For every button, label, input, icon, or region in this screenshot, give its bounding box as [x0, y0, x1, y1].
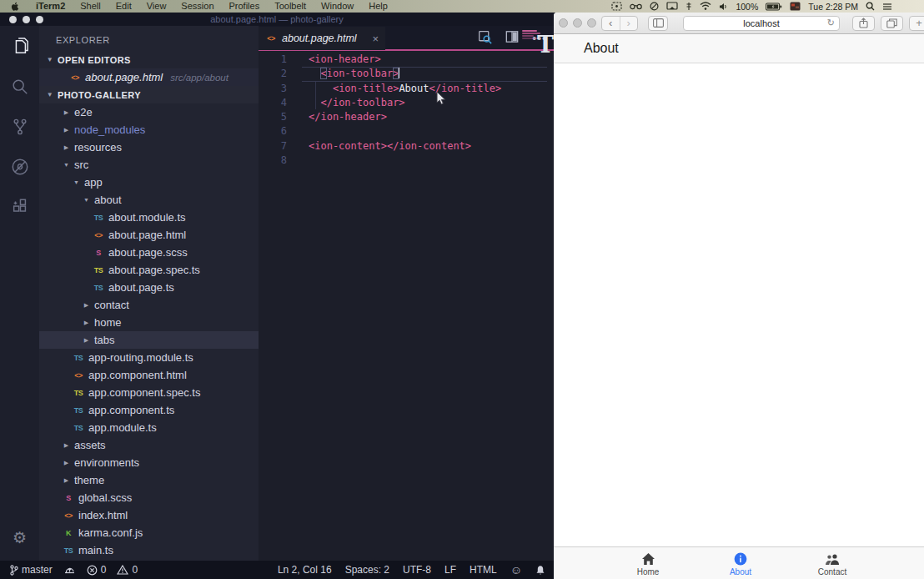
debug-icon[interactable]	[10, 157, 30, 177]
tree-item-environments[interactable]: ▶environments	[39, 454, 259, 471]
explorer-icon[interactable]	[10, 37, 30, 57]
code-line-5[interactable]: 5</ion-header>	[259, 110, 554, 124]
status-utf-8[interactable]: UTF-8	[403, 564, 431, 576]
tree-item-app-routing-module-ts[interactable]: TSapp-routing.module.ts	[39, 349, 259, 366]
split-editor-icon[interactable]	[505, 30, 519, 47]
screen-capture-icon[interactable]	[611, 2, 622, 11]
tree-item-assets[interactable]: ▶assets	[39, 436, 259, 454]
tab-label: about.page.html	[282, 33, 357, 44]
menu-bar-clock[interactable]: Tue 2:28 PM	[808, 2, 858, 12]
menu-item-edit[interactable]: Edit	[108, 1, 139, 11]
input-source-flag-icon[interactable]	[790, 2, 801, 11]
tab-about-page-html[interactable]: <> about.page.html ×	[259, 27, 385, 50]
open-preview-icon[interactable]	[478, 30, 492, 48]
chevron-right-icon: ▶	[63, 477, 70, 484]
menu-item-view[interactable]: View	[139, 1, 174, 11]
tree-item-label: app	[84, 176, 103, 189]
code-line-7[interactable]: 7<ion-content></ion-content>	[259, 139, 554, 154]
vscode-title-bar[interactable]: about.page.html — photo-gallery	[0, 13, 554, 26]
tree-item-main-ts[interactable]: TSmain.ts	[39, 541, 259, 559]
status-ln[interactable]: Ln 2, Col 16	[278, 564, 332, 576]
wifi-icon[interactable]	[700, 2, 711, 11]
back-button[interactable]: ‹	[602, 17, 620, 30]
share-button[interactable]	[852, 16, 875, 31]
reload-icon[interactable]: ↻	[827, 18, 835, 28]
code-line-1[interactable]: 1<ion-header>	[259, 53, 554, 67]
tab-close-icon[interactable]: ×	[372, 33, 379, 45]
glasses-icon[interactable]	[630, 3, 642, 10]
volume-icon[interactable]	[719, 3, 728, 11]
tab-home[interactable]: Home	[613, 551, 683, 576]
menu-item-toolbelt[interactable]: Toolbelt	[267, 1, 314, 11]
sidebar-toggle-button[interactable]	[648, 16, 668, 31]
open-editor-item[interactable]: <> about.page.html src/app/about	[39, 68, 259, 86]
status-html[interactable]: HTML	[470, 564, 497, 576]
tree-item-app-module-ts[interactable]: TSapp.module.ts	[39, 419, 259, 436]
battery-icon[interactable]	[766, 3, 782, 11]
code-line-2[interactable]: 2 <ion-toolbar>	[259, 67, 554, 81]
tree-item-global-scss[interactable]: Sglobal.scss	[39, 489, 259, 506]
menu-item-window[interactable]: Window	[314, 1, 361, 11]
warnings-indicator[interactable]: 0	[117, 564, 138, 576]
open-editors-section[interactable]: ▼ OPEN EDITORS	[39, 51, 259, 68]
menu-item-help[interactable]: Help	[361, 1, 395, 11]
code-line-8[interactable]: 8	[259, 154, 554, 168]
tree-item-tabs[interactable]: ▶tabs	[39, 331, 259, 349]
forward-button[interactable]: ›	[620, 17, 638, 30]
sync-changes-button[interactable]	[63, 565, 76, 576]
tree-item-theme[interactable]: ▶theme	[39, 471, 259, 489]
zoom-window-button[interactable]	[587, 18, 596, 28]
extensions-icon[interactable]	[10, 197, 30, 217]
menu-item-session[interactable]: Session	[173, 1, 221, 11]
settings-gear-icon[interactable]: ⚙	[0, 528, 39, 547]
tab-about[interactable]: About	[706, 551, 776, 576]
tree-item-app-component-ts[interactable]: TSapp.component.ts	[39, 401, 259, 419]
tree-item-index-html[interactable]: <>index.html	[39, 506, 259, 524]
tab-contact[interactable]: Contact	[797, 551, 867, 576]
feedback-smiley-icon[interactable]: ☺	[510, 563, 522, 576]
tree-item-app[interactable]: ▼app	[39, 174, 259, 191]
close-window-button[interactable]	[559, 18, 568, 28]
keyboard-icon[interactable]	[685, 2, 692, 11]
notifications-bell-icon[interactable]	[535, 565, 545, 576]
spotlight-search-icon[interactable]	[866, 2, 875, 11]
tree-item-e2e[interactable]: ▶e2e	[39, 103, 259, 121]
code-line-6[interactable]: 6	[259, 124, 554, 138]
address-bar[interactable]: localhost ↻	[683, 16, 840, 31]
tree-item-resources[interactable]: ▶resources	[39, 138, 259, 156]
tree-item-about-page-spec-ts[interactable]: TSabout.page.spec.ts	[39, 261, 259, 279]
project-section[interactable]: ▼ PHOTO-GALLERY	[39, 86, 259, 103]
tree-item-src[interactable]: ▼src	[39, 156, 259, 174]
tree-item-about-page-html[interactable]: <>about.page.html	[39, 226, 259, 244]
git-branch-indicator[interactable]: master	[10, 564, 53, 576]
status-lf[interactable]: LF	[444, 564, 456, 576]
search-icon[interactable]	[10, 77, 30, 97]
tree-item-node-modules[interactable]: ▶node_modules	[39, 121, 259, 138]
status-spaces[interactable]: Spaces: 2	[345, 564, 389, 576]
errors-indicator[interactable]: 0	[87, 564, 107, 576]
tree-item-about-page-scss[interactable]: Sabout.page.scss	[39, 244, 259, 261]
apple-menu[interactable]	[10, 1, 20, 12]
tree-item-home[interactable]: ▶home	[39, 314, 259, 331]
tree-item-about[interactable]: ▼about	[39, 191, 259, 209]
code-editor[interactable]: 1<ion-header>2 <ion-toolbar>3 <ion-title…	[259, 51, 554, 168]
tree-item-app-component-html[interactable]: <>app.component.html	[39, 366, 259, 384]
code-line-3[interactable]: 3 <ion-title>About</ion-title>	[259, 82, 554, 96]
minimize-window-button[interactable]	[573, 18, 582, 28]
chevron-right-icon: ▶	[63, 144, 70, 151]
menu-item-iterm2[interactable]: iTerm2	[28, 1, 73, 11]
tree-item-about-module-ts[interactable]: TSabout.module.ts	[39, 209, 259, 226]
tree-item-about-page-ts[interactable]: TSabout.page.ts	[39, 279, 259, 296]
menu-item-shell[interactable]: Shell	[73, 1, 108, 11]
tab-overview-button[interactable]	[881, 16, 903, 31]
do-not-disturb-icon[interactable]	[650, 2, 659, 11]
tree-item-contact[interactable]: ▶contact	[39, 296, 259, 314]
menu-item-profiles[interactable]: Profiles	[222, 1, 268, 11]
notification-center-icon[interactable]	[882, 3, 892, 11]
code-line-4[interactable]: 4 </ion-toolbar>	[259, 96, 554, 110]
new-tab-button[interactable]: +	[909, 16, 924, 31]
tree-item-karma-conf-js[interactable]: Kkarma.conf.js	[39, 524, 259, 541]
source-control-icon[interactable]	[10, 117, 30, 137]
tree-item-app-component-spec-ts[interactable]: TSapp.component.spec.ts	[39, 384, 259, 401]
display-mirroring-icon[interactable]	[666, 2, 678, 11]
